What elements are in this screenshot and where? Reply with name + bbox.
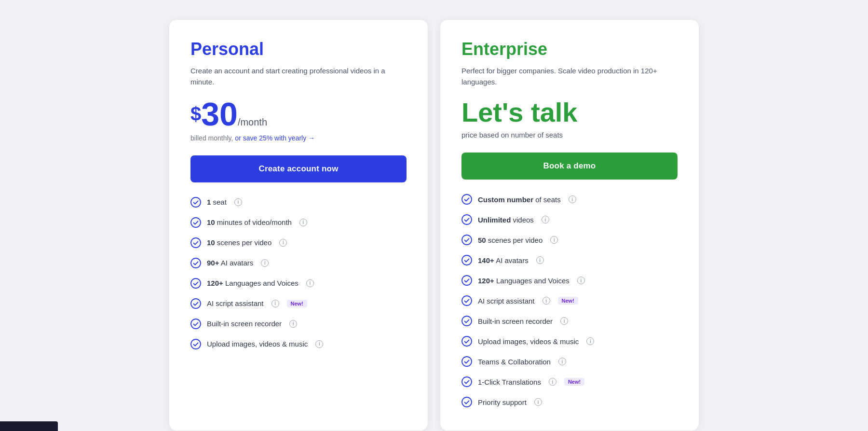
personal-price-number: 30	[201, 96, 238, 132]
check-icon	[190, 197, 201, 208]
info-icon[interactable]: i	[534, 398, 542, 406]
feature-bold: 10	[207, 238, 215, 247]
feature-bold: Custom number	[478, 195, 533, 204]
info-icon[interactable]: i	[279, 239, 287, 247]
new-badge: New!	[564, 378, 584, 386]
svg-point-9	[462, 215, 472, 224]
feature-bold: 120+	[207, 279, 223, 287]
svg-point-2	[191, 238, 201, 248]
feature-text: Teams & Collaboration	[478, 358, 551, 366]
enterprise-seats-note: price based on number of seats	[461, 131, 678, 139]
feature-text: Upload images, videos & music	[207, 340, 308, 348]
list-item: 10 scenes per video i	[190, 237, 407, 248]
list-item: Teams & Collaboration i	[461, 356, 678, 367]
check-icon	[461, 316, 472, 326]
feature-text: 1 seat	[207, 198, 227, 206]
enterprise-cta-button[interactable]: Book a demo	[461, 153, 678, 180]
info-icon[interactable]: i	[569, 195, 576, 203]
list-item: AI script assistant i New!	[190, 298, 407, 309]
enterprise-feature-list: Custom number of seats i Unlimited video…	[461, 194, 678, 407]
list-item: 10 minutes of video/month i	[190, 217, 407, 228]
info-icon[interactable]: i	[558, 358, 566, 365]
info-icon[interactable]: i	[542, 297, 550, 305]
check-icon	[190, 298, 201, 309]
feature-bold: 50	[478, 236, 486, 244]
list-item: Priority support i	[461, 397, 678, 407]
feature-bold: 120+	[478, 277, 494, 285]
feature-text: Unlimited videos	[478, 216, 534, 224]
personal-price-period: /month	[238, 117, 267, 127]
enterprise-plan-card: Enterprise Perfect for bigger companies.…	[440, 19, 699, 431]
list-item: 120+ Languages and Voices i	[190, 278, 407, 289]
info-icon[interactable]: i	[536, 256, 544, 264]
svg-point-14	[462, 316, 472, 326]
info-icon[interactable]: i	[271, 300, 279, 307]
personal-plan-card: Personal Create an account and start cre…	[169, 19, 428, 431]
personal-plan-title: Personal	[190, 39, 407, 59]
info-icon[interactable]: i	[315, 340, 323, 348]
svg-point-11	[462, 255, 472, 265]
new-badge: New!	[558, 297, 578, 305]
check-icon	[190, 258, 201, 268]
info-icon[interactable]: i	[306, 279, 314, 287]
svg-point-13	[462, 296, 472, 306]
feature-text: 1-Click Translations	[478, 378, 541, 386]
enterprise-price: Let's talk	[461, 97, 678, 127]
info-icon[interactable]: i	[550, 236, 558, 244]
info-icon[interactable]: i	[234, 198, 242, 206]
info-icon[interactable]: i	[577, 277, 585, 284]
feature-text: 50 scenes per video	[478, 236, 542, 244]
check-icon	[461, 397, 472, 407]
info-icon[interactable]: i	[549, 378, 556, 386]
info-icon[interactable]: i	[560, 317, 568, 325]
check-icon	[190, 217, 201, 228]
info-icon[interactable]: i	[261, 259, 269, 267]
personal-billing-text: billed monthly,	[190, 134, 235, 142]
personal-plan-description: Create an account and start creating pro…	[190, 65, 407, 88]
svg-point-4	[191, 278, 201, 288]
check-icon	[461, 255, 472, 265]
info-icon[interactable]: i	[289, 320, 297, 328]
list-item: 1 seat i	[190, 197, 407, 208]
svg-point-7	[191, 339, 201, 349]
svg-point-18	[462, 397, 472, 407]
info-icon[interactable]: i	[299, 219, 307, 226]
bottom-bar	[0, 421, 58, 431]
check-icon	[190, 278, 201, 289]
svg-point-12	[462, 276, 472, 285]
new-badge: New!	[287, 300, 307, 307]
info-icon[interactable]: i	[542, 216, 549, 223]
list-item: 90+ AI avatars i	[190, 258, 407, 268]
check-icon	[190, 319, 201, 329]
personal-feature-list: 1 seat i 10 minutes of video/month i 10 …	[190, 197, 407, 349]
check-icon	[461, 214, 472, 225]
feature-text: Custom number of seats	[478, 195, 561, 204]
svg-point-1	[191, 218, 201, 227]
list-item: Upload images, videos & music i	[461, 336, 678, 347]
feature-bold: 10	[207, 218, 215, 226]
list-item: 50 scenes per video i	[461, 235, 678, 245]
personal-cta-button[interactable]: Create account now	[190, 155, 407, 182]
feature-bold: Unlimited	[478, 216, 511, 224]
feature-bold: 140+	[478, 256, 494, 264]
svg-point-8	[462, 195, 472, 204]
check-icon	[461, 275, 472, 286]
svg-point-10	[462, 235, 472, 245]
list-item: 1-Click Translations i New!	[461, 376, 678, 387]
personal-yearly-link[interactable]: or save 25% with yearly →	[235, 134, 315, 142]
svg-point-3	[191, 258, 201, 268]
personal-billing-note: billed monthly, or save 25% with yearly …	[190, 134, 407, 142]
check-icon	[461, 295, 472, 306]
svg-point-5	[191, 299, 201, 308]
feature-text: 10 scenes per video	[207, 238, 271, 247]
list-item: Unlimited videos i	[461, 214, 678, 225]
feature-text: 120+ Languages and Voices	[478, 277, 570, 285]
svg-point-0	[191, 197, 201, 207]
list-item: Upload images, videos & music i	[190, 339, 407, 349]
info-icon[interactable]: i	[586, 337, 594, 345]
enterprise-plan-title: Enterprise	[461, 39, 678, 59]
personal-dollar-sign: $	[190, 104, 201, 124]
feature-text: 120+ Languages and Voices	[207, 279, 298, 287]
list-item: Built-in screen recorder i	[190, 319, 407, 329]
feature-text: 90+ AI avatars	[207, 259, 253, 267]
